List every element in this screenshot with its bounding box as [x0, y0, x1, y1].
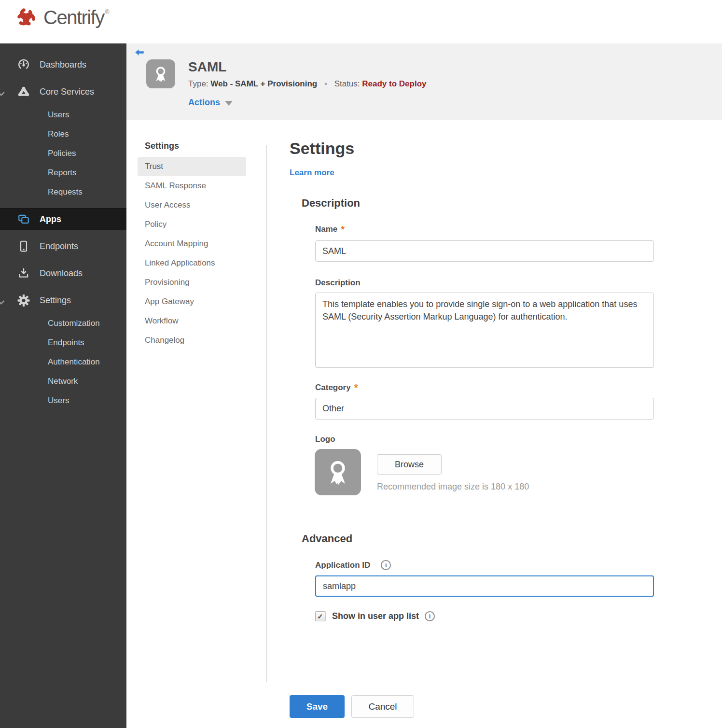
centrify-logo-icon — [14, 5, 39, 30]
top-bar: Centrify ® — [0, 0, 722, 43]
form-buttons: Save Cancel — [290, 695, 414, 718]
sidebar-item-policies[interactable]: Policies — [0, 144, 126, 163]
award-ribbon-icon — [150, 63, 172, 85]
sidebar-item-dashboards[interactable]: Dashboards — [0, 51, 126, 78]
page-title: Settings — [290, 139, 354, 158]
page: Centrify ® Dashboards — [0, 0, 722, 728]
app-meta: Type: Web - SAML + Provisioning • Status… — [188, 79, 426, 89]
subnav-item-trust[interactable]: Trust — [138, 157, 246, 176]
subnav-item-linked-applications[interactable]: Linked Applications — [126, 253, 266, 273]
show-in-user-app-list-checkbox[interactable]: ✓ — [315, 611, 325, 621]
sidebar-item-endpoints[interactable]: Endpoints — [0, 233, 126, 260]
subnav-item-app-gateway[interactable]: App Gateway — [126, 292, 266, 311]
subnav-item-user-access[interactable]: User Access — [126, 196, 266, 215]
application-id-label: Application ID i — [315, 560, 391, 570]
chevron-down-icon — [0, 89, 5, 98]
subnav-item-provisioning[interactable]: Provisioning — [126, 273, 266, 292]
core-services-icon — [17, 85, 30, 98]
required-asterisk: * — [341, 224, 345, 235]
subnav-item-workflow[interactable]: Workflow — [126, 311, 266, 331]
info-icon[interactable]: i — [425, 611, 435, 621]
sidebar-item-reports[interactable]: Reports — [0, 163, 126, 182]
sidebar-item-apps[interactable]: Apps — [0, 208, 126, 230]
download-icon — [17, 267, 30, 280]
actions-menu-button[interactable]: Actions — [188, 98, 233, 108]
description-field[interactable]: This template enables you to provide sin… — [315, 293, 654, 368]
apps-icon — [17, 213, 30, 225]
learn-more-link[interactable]: Learn more — [290, 168, 334, 178]
required-asterisk: * — [354, 382, 358, 393]
sidebar-item-requests[interactable]: Requests — [0, 182, 126, 202]
back-arrow-icon[interactable] — [134, 47, 145, 58]
sidebar-item-customization[interactable]: Customization — [0, 314, 126, 333]
meta-separator: • — [324, 79, 327, 88]
logo-label: Logo — [315, 434, 335, 444]
centrify-brand: Centrify ® — [14, 3, 110, 32]
subnav-heading: Settings — [145, 141, 266, 151]
award-ribbon-icon — [320, 455, 355, 490]
sidebar-item-settings-endpoints[interactable]: Endpoints — [0, 333, 126, 352]
category-label: Category* — [315, 382, 358, 393]
browse-button[interactable]: Browse — [377, 454, 442, 475]
application-id-field[interactable] — [315, 575, 654, 597]
app-logo-badge — [146, 59, 175, 88]
subnav-item-account-mapping[interactable]: Account Mapping — [126, 234, 266, 253]
sidebar-item-downloads[interactable]: Downloads — [0, 260, 126, 287]
sidebar-item-settings[interactable]: Settings — [0, 287, 126, 314]
brand-wordmark: Centrify — [43, 3, 104, 32]
registered-mark: ® — [105, 9, 110, 15]
chevron-down-icon — [0, 298, 5, 307]
category-field[interactable] — [315, 398, 654, 420]
caret-down-icon — [225, 101, 233, 106]
status-value: Ready to Deploy — [362, 79, 426, 88]
name-label: Name* — [315, 224, 345, 235]
section-advanced: Advanced — [302, 532, 352, 545]
sidebar-item-network[interactable]: Network — [0, 372, 126, 391]
sidebar-item-settings-users[interactable]: Users — [0, 391, 126, 410]
info-icon[interactable]: i — [381, 560, 391, 570]
gear-icon — [17, 294, 30, 307]
type-label: Type: — [188, 79, 208, 88]
section-description: Description — [302, 197, 360, 210]
content-divider — [266, 145, 267, 682]
sidebar-item-core-services[interactable]: Core Services — [0, 78, 126, 105]
sidebar-item-core-users[interactable]: Users — [0, 105, 126, 125]
sidebar: Dashboards Core Services Users Roles Pol… — [0, 43, 126, 728]
cancel-button[interactable]: Cancel — [351, 695, 414, 718]
show-in-user-app-list-row: ✓ Show in user app list i — [315, 611, 435, 621]
subnav-item-saml-response[interactable]: SAML Response — [126, 176, 266, 196]
subnav-item-policy[interactable]: Policy — [126, 215, 266, 234]
description-label: Description — [315, 278, 361, 288]
logo-hint: Recommended image size is 180 x 180 — [377, 482, 529, 492]
sidebar-item-roles[interactable]: Roles — [0, 125, 126, 144]
app-title: SAML — [188, 59, 226, 75]
subnav-item-changelog[interactable]: Changelog — [126, 331, 266, 350]
show-in-user-app-list-label: Show in user app list — [332, 611, 419, 621]
sidebar-item-authentication[interactable]: Authentication — [0, 352, 126, 372]
save-button[interactable]: Save — [290, 695, 345, 718]
logo-preview — [315, 449, 361, 495]
name-field[interactable] — [315, 240, 654, 262]
dashboard-gauge-icon — [17, 58, 30, 71]
status-label: Status: — [334, 79, 360, 88]
settings-form: Settings Learn more Description Name* De… — [290, 120, 722, 728]
endpoint-phone-icon — [17, 240, 30, 252]
type-value: Web - SAML + Provisioning — [210, 79, 317, 88]
settings-subnav: Settings Trust SAML Response User Access… — [126, 120, 266, 350]
app-header: SAML Type: Web - SAML + Provisioning • S… — [126, 43, 722, 120]
